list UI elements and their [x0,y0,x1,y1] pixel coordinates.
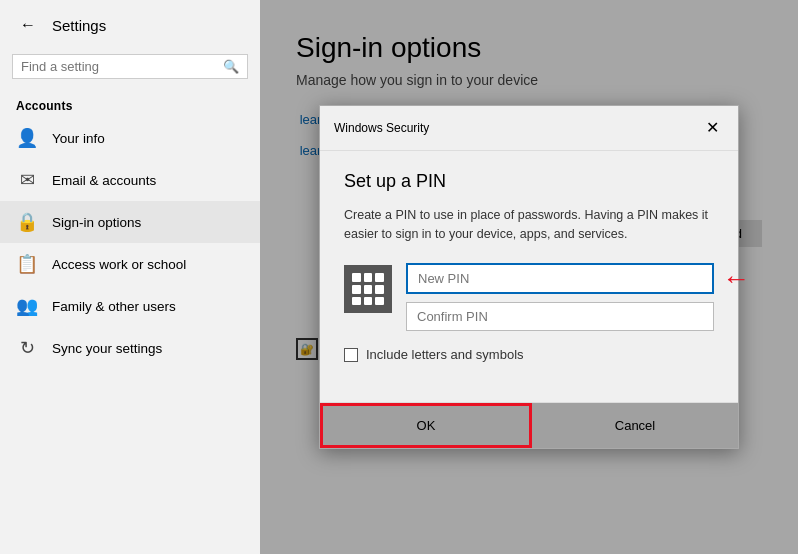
confirm-pin-input[interactable] [406,302,714,331]
cancel-button[interactable]: Cancel [532,403,738,448]
pin-dot [352,273,361,282]
sync-icon: ↻ [16,337,38,359]
sidebar-item-label: Sync your settings [52,341,162,356]
sidebar-item-your-info[interactable]: 👤 Your info [0,117,260,159]
search-icon: 🔍 [223,59,239,74]
sidebar: ← Settings 🔍 Accounts 👤 Your info ✉ Emai… [0,0,260,554]
modal-title: Windows Security [334,121,429,135]
sidebar-item-sign-in-options[interactable]: 🔒 Sign-in options [0,201,260,243]
main-content: Sign-in options Manage how you sign in t… [260,0,798,554]
sidebar-item-label: Sign-in options [52,215,141,230]
family-icon: 👥 [16,295,38,317]
sidebar-item-label: Email & accounts [52,173,156,188]
sidebar-item-family-users[interactable]: 👥 Family & other users [0,285,260,327]
sidebar-item-label: Family & other users [52,299,176,314]
email-icon: ✉ [16,169,38,191]
sidebar-item-label: Access work or school [52,257,186,272]
pin-dot [375,285,384,294]
pin-area: ← [344,263,714,331]
windows-security-dialog: Windows Security ✕ Set up a PIN Create a… [319,105,739,450]
include-letters-label: Include letters and symbols [366,347,524,362]
access-work-icon: 📋 [16,253,38,275]
sidebar-header: ← Settings [0,0,260,50]
modal-body: Set up a PIN Create a PIN to use in plac… [320,151,738,403]
accounts-section-label: Accounts [0,91,260,117]
pin-dot [364,297,373,306]
ok-button[interactable]: OK [320,403,532,448]
sidebar-item-email-accounts[interactable]: ✉ Email & accounts [0,159,260,201]
sign-in-icon: 🔒 [16,211,38,233]
modal-close-button[interactable]: ✕ [700,116,724,140]
pin-dot [352,297,361,306]
sidebar-item-access-work[interactable]: 📋 Access work or school [0,243,260,285]
modal-footer: OK Cancel [320,402,738,448]
your-info-icon: 👤 [16,127,38,149]
sidebar-title: Settings [52,17,106,34]
modal-overlay: Windows Security ✕ Set up a PIN Create a… [260,0,798,554]
pin-dot [375,273,384,282]
modal-heading: Set up a PIN [344,171,714,192]
back-button[interactable]: ← [16,12,40,38]
new-pin-input[interactable] [406,263,714,294]
include-letters-checkbox[interactable] [344,348,358,362]
sidebar-item-sync-settings[interactable]: ↻ Sync your settings [0,327,260,369]
pin-inputs-container: ← [406,263,714,331]
pin-dot [364,273,373,282]
pin-grid-icon [344,265,392,313]
modal-titlebar: Windows Security ✕ [320,106,738,151]
search-input[interactable] [21,59,217,74]
pin-dot [375,297,384,306]
pin-dot [352,285,361,294]
pin-dot [364,285,373,294]
red-arrow-icon: ← [722,265,750,293]
search-box[interactable]: 🔍 [12,54,248,79]
sidebar-item-label: Your info [52,131,105,146]
modal-description: Create a PIN to use in place of password… [344,206,714,244]
include-letters-row: Include letters and symbols [344,347,714,362]
